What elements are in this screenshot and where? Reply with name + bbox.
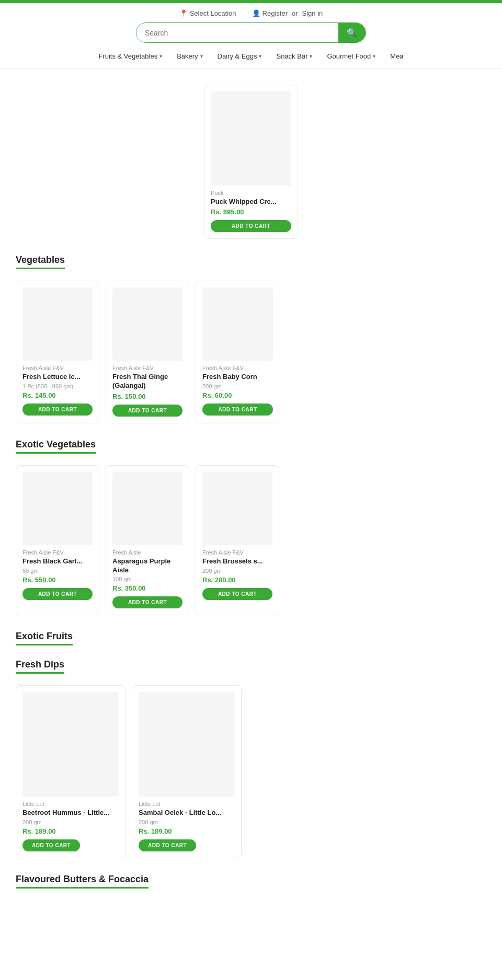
product-price: Rs. 550.00: [22, 576, 93, 584]
add-to-cart-button[interactable]: ADD TO CART: [112, 405, 182, 417]
chevron-down-icon: ▾: [259, 53, 261, 59]
select-location[interactable]: 📍 Select Location: [179, 9, 236, 17]
add-to-cart-button[interactable]: ADD TO CART: [202, 403, 273, 416]
product-name: Sambal Oelek - Little Lo...: [139, 809, 235, 817]
product-weight: 50 gm: [22, 568, 93, 574]
product-price: Rs. 350.00: [112, 584, 182, 592]
auth-links: 👤 Register or Sign in: [252, 9, 323, 17]
chevron-down-icon: ▾: [310, 53, 312, 59]
product-brand: Fresh Aisle F&V: [112, 365, 182, 371]
search-input[interactable]: [136, 24, 338, 42]
add-to-cart-button[interactable]: ADD TO CART: [22, 588, 93, 600]
list-item: Fresh Aisle F&V Fresh Lettuce Ic... 1 Pc…: [16, 281, 99, 423]
product-weight: 200 gm: [202, 383, 273, 389]
product-image: [112, 287, 182, 361]
featured-product-image: [211, 91, 291, 186]
flavoured-butters-section: Flavoured Butters & Focaccia: [0, 869, 502, 897]
nav-item-snack-bar[interactable]: Snack Bar ▾: [269, 48, 320, 64]
register-link[interactable]: 👤 Register: [252, 9, 288, 17]
featured-product-price: Rs. 895.00: [211, 208, 291, 216]
add-to-cart-button[interactable]: ADD TO CART: [112, 596, 182, 608]
product-price: Rs. 189.00: [139, 827, 235, 835]
fresh-dips-section-title: Fresh Dips: [16, 659, 64, 674]
featured-product-name: Puck Whipped Cre...: [211, 198, 291, 206]
product-weight: 200 gm: [22, 819, 119, 825]
main-content: Puck Puck Whipped Cre... Rs. 895.00 ADD …: [0, 69, 502, 907]
product-image: [202, 472, 272, 545]
vegetables-section: Vegetables Fresh Aisle F&V Fresh Lettuce…: [0, 249, 502, 434]
auth-separator: or: [292, 9, 298, 17]
product-image: [112, 472, 182, 545]
add-to-cart-button[interactable]: ADD TO CART: [22, 839, 80, 851]
product-price: Rs. 150.00: [112, 393, 182, 400]
add-to-cart-button[interactable]: ADD TO CART: [202, 588, 272, 600]
exotic-vegetables-products-row: Fresh Aisle F&V Fresh Black Garl... 50 g…: [16, 465, 486, 616]
search-icon: 🔍: [347, 28, 357, 37]
sign-in-link[interactable]: Sign in: [302, 9, 323, 17]
search-button[interactable]: 🔍: [338, 23, 366, 42]
fresh-dips-products-row: Little Lot Beetroot Hummus - Little... 2…: [16, 685, 486, 858]
nav-item-mea[interactable]: Mea: [383, 48, 410, 64]
product-image: [139, 692, 235, 797]
product-price: Rs. 189.00: [22, 827, 119, 835]
product-brand: Little Lot: [139, 801, 235, 807]
product-name: Fresh Thai Ginge (Galangal): [112, 373, 182, 390]
nav-item-bakery[interactable]: Bakery ▾: [169, 48, 210, 64]
main-nav: Fruits & Vegetables ▾ Bakery ▾ Dairy & E…: [91, 48, 410, 64]
product-image: [22, 472, 93, 545]
list-item: Fresh Aisle F&V Fresh Thai Ginge (Galang…: [106, 281, 189, 423]
exotic-fruits-section: Exotic Fruits: [0, 626, 502, 654]
product-brand: Fresh Aisle F&V: [202, 365, 273, 371]
product-name: Asparagus Purple Aisle: [112, 557, 182, 575]
featured-brand: Puck: [211, 190, 291, 196]
chevron-down-icon: ▾: [373, 53, 375, 59]
exotic-fruits-section-title: Exotic Fruits: [16, 631, 73, 645]
list-item: Fresh Aisle F&V Fresh Baby Corn 200 gm R…: [196, 281, 279, 423]
search-bar-container: 🔍: [136, 22, 366, 43]
product-image: [22, 692, 119, 797]
location-icon: 📍: [179, 9, 188, 17]
vegetables-products-row: Fresh Aisle F&V Fresh Lettuce Ic... 1 Pc…: [16, 281, 486, 423]
list-item: Fresh Aisle F&V Fresh Brussels s... 200 …: [196, 465, 279, 616]
product-brand: Little Lot: [22, 801, 119, 807]
chevron-down-icon: ▾: [159, 53, 162, 59]
nav-item-dairy-eggs[interactable]: Dairy & Eggs ▾: [210, 48, 269, 64]
flavoured-butters-section-title: Flavoured Butters & Focaccia: [16, 874, 149, 889]
product-weight: 100 gm: [112, 576, 182, 582]
product-price: Rs. 280.00: [202, 576, 272, 584]
product-brand: Fresh Aisle: [112, 549, 182, 556]
product-weight: 200 gm: [139, 819, 235, 825]
product-brand: Fresh Aisle F&V: [202, 549, 272, 556]
header-top: 📍 Select Location 👤 Register or Sign in: [179, 9, 323, 17]
product-price: Rs. 60.00: [202, 391, 273, 399]
nav-item-gourmet-food[interactable]: Gourmet Food ▾: [320, 48, 383, 64]
product-name: Fresh Brussels s...: [202, 557, 272, 566]
user-icon: 👤: [252, 9, 260, 17]
product-name: Fresh Baby Corn: [202, 373, 273, 382]
nav-item-fruits-vegetables[interactable]: Fruits & Vegetables ▾: [91, 48, 169, 64]
product-name: Fresh Lettuce Ic...: [22, 373, 93, 382]
list-item: Little Lot Sambal Oelek - Little Lo... 2…: [132, 685, 242, 858]
product-weight: 200 gm: [202, 568, 272, 574]
fresh-dips-section: Fresh Dips Little Lot Beetroot Hummus - …: [0, 654, 502, 869]
product-brand: Fresh Aisle F&V: [22, 365, 93, 371]
product-weight: 1 Pc (800 - 860 gm): [22, 383, 93, 389]
header: 📍 Select Location 👤 Register or Sign in …: [0, 3, 502, 69]
product-brand: Fresh Aisle F&V: [22, 549, 93, 556]
add-to-cart-button[interactable]: ADD TO CART: [22, 403, 93, 416]
vegetables-section-title: Vegetables: [16, 255, 65, 269]
featured-product-card: Puck Puck Whipped Cre... Rs. 895.00 ADD …: [204, 85, 298, 239]
list-item: Fresh Aisle F&V Fresh Black Garl... 50 g…: [16, 465, 99, 616]
product-image: [22, 287, 93, 361]
list-item: Little Lot Beetroot Hummus - Little... 2…: [16, 685, 126, 858]
add-to-cart-button[interactable]: ADD TO CART: [139, 839, 196, 851]
product-name: Fresh Black Garl...: [22, 557, 93, 566]
featured-section: Puck Puck Whipped Cre... Rs. 895.00 ADD …: [0, 79, 502, 249]
product-price: Rs. 145.00: [22, 391, 93, 399]
product-name: Beetroot Hummus - Little...: [22, 809, 119, 817]
product-image: [202, 287, 273, 361]
exotic-vegetables-section-title: Exotic Vegetables: [16, 439, 96, 454]
list-item: Fresh Aisle Asparagus Purple Aisle 100 g…: [106, 465, 189, 616]
chevron-down-icon: ▾: [200, 53, 203, 59]
featured-add-to-cart-button[interactable]: ADD TO CART: [211, 220, 291, 232]
